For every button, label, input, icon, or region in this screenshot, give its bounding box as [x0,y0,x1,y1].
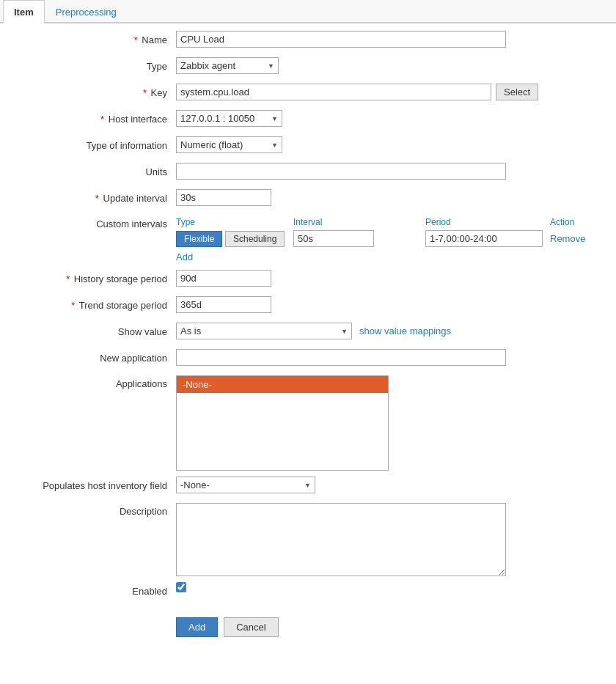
history-storage-label: * History storage period [15,270,176,284]
key-label: * Key [15,84,176,98]
custom-intervals-label: Custom intervals [15,216,176,229]
update-interval-row: * Update interval [15,189,601,210]
trend-storage-label: * Trend storage period [15,296,176,311]
description-textarea[interactable] [176,503,506,576]
applications-list[interactable]: -None- [176,375,389,471]
page-container: Item Preprocessing * Name Type [0,0,616,684]
trend-storage-row: * Trend storage period [15,296,601,317]
type-label: Type [15,57,176,72]
show-value-mappings-link[interactable]: show value mappings [359,326,451,337]
type-select-wrap: Zabbix agent Zabbix agent (active) Simpl… [176,57,279,74]
intervals-header: Type Interval Period Action [176,217,585,227]
populates-row: Populates host inventory field -None- Al… [15,477,601,497]
host-interface-control-wrap: 127.0.0.1 : 10050 [176,110,601,127]
add-interval-button[interactable]: Add [176,250,193,264]
flexible-button[interactable]: Flexible [176,231,222,247]
new-application-row: New application [15,349,601,369]
populates-select[interactable]: -None- Alias Host name [176,477,315,493]
application-item-none[interactable]: -None- [177,376,388,393]
applications-label: Applications [15,375,176,389]
populates-control-wrap: -None- Alias Host name [176,477,601,493]
host-interface-select-wrap: 127.0.0.1 : 10050 [176,110,282,127]
type-info-row: Type of information Numeric (float) Nume… [15,136,601,157]
show-value-select[interactable]: As is Custom [176,323,352,339]
col-action-header: Action [550,217,585,227]
type-select[interactable]: Zabbix agent Zabbix agent (active) Simpl… [176,57,279,74]
populates-label: Populates host inventory field [15,477,176,491]
description-control-wrap [176,503,601,576]
col-interval-header: Interval [293,217,425,227]
intervals-section: Type Interval Period Action [176,217,585,264]
custom-intervals-row: Custom intervals Type Interval Period [15,216,601,264]
enabled-row: Enabled [15,582,601,603]
update-interval-input[interactable] [176,189,271,206]
new-application-input[interactable] [176,349,506,366]
enabled-label: Enabled [15,582,176,597]
type-row: Type Zabbix agent Zabbix agent (active) … [15,57,601,78]
show-value-control-wrap: As is Custom show value mappings [176,323,601,339]
history-storage-input[interactable] [176,270,271,287]
interval-value-cell [293,230,425,247]
enabled-control-wrap [176,582,601,592]
add-button[interactable]: Add [176,617,218,637]
select-button[interactable]: Select [496,84,538,100]
trend-storage-input[interactable] [176,296,271,313]
period-input[interactable] [425,230,543,247]
period-value-cell [425,230,550,247]
history-storage-row: * History storage period [15,270,601,290]
show-value-row: Show value As is Custom show value mappi… [15,323,601,343]
type-info-control-wrap: Numeric (float) Numeric (unsigned) Chara… [176,136,601,153]
key-row: * Key Select [15,84,601,104]
type-info-label: Type of information [15,136,176,151]
update-interval-label: * Update interval [15,189,176,204]
add-interval-wrap: Add [176,250,585,264]
name-control-wrap [176,31,601,48]
description-row: Description [15,503,601,576]
action-cell: Remove [550,232,585,246]
tab-item[interactable]: Item [3,0,45,23]
tab-preprocessing[interactable]: Preprocessing [45,0,128,23]
remove-button[interactable]: Remove [550,232,585,246]
form-body: * Name Type Zabbix agent Zabbix agent (a… [0,23,616,652]
type-control-wrap: Zabbix agent Zabbix agent (active) Simpl… [176,57,601,74]
col-type-header: Type [176,217,293,227]
units-row: Units [15,163,601,183]
host-interface-label: * Host interface [15,110,176,125]
name-label: * Name [15,31,176,45]
enabled-checkbox[interactable] [176,582,186,592]
col-period-header: Period [425,217,550,227]
type-info-select[interactable]: Numeric (float) Numeric (unsigned) Chara… [176,136,282,153]
units-label: Units [15,163,176,177]
host-interface-row: * Host interface 127.0.0.1 : 10050 [15,110,601,130]
name-input[interactable] [176,31,506,48]
custom-intervals-control-wrap: Type Interval Period Action [176,216,601,264]
units-control-wrap [176,163,601,180]
form-actions: Add Cancel [15,617,601,637]
new-application-label: New application [15,349,176,364]
name-row: * Name [15,31,601,51]
interval-row: Flexible Scheduling [176,230,585,247]
history-storage-control-wrap [176,270,601,287]
host-interface-select[interactable]: 127.0.0.1 : 10050 [176,110,282,127]
applications-row: Applications -None- [15,375,601,471]
trend-storage-control-wrap [176,296,601,313]
units-input[interactable] [176,163,506,180]
populates-select-wrap: -None- Alias Host name [176,477,315,493]
show-value-label: Show value [15,323,176,337]
tab-bar: Item Preprocessing [0,0,616,23]
cancel-button[interactable]: Cancel [224,617,278,637]
scheduling-button[interactable]: Scheduling [225,231,285,247]
new-application-control-wrap [176,349,601,366]
show-value-select-wrap: As is Custom [176,323,352,339]
key-control-wrap: Select [176,84,601,100]
type-info-select-wrap: Numeric (float) Numeric (unsigned) Chara… [176,136,282,153]
applications-control-wrap: -None- [176,375,601,471]
update-interval-control-wrap [176,189,601,206]
key-input[interactable] [176,84,491,100]
interval-input[interactable] [293,230,374,247]
description-label: Description [15,503,176,517]
interval-type-cell: Flexible Scheduling [176,231,293,247]
